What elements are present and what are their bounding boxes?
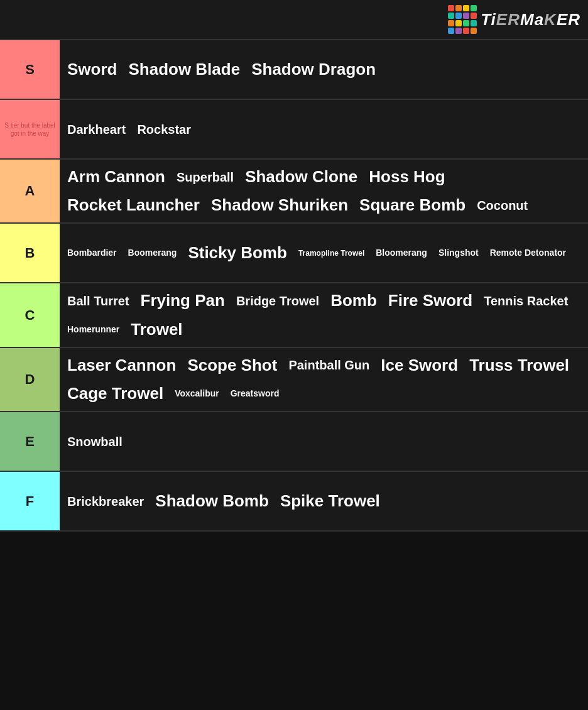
logo-cell-1 <box>455 5 462 11</box>
item-c-7[interactable]: Trowel <box>126 316 187 343</box>
item-a-4[interactable]: Rocket Launcher <box>62 192 205 219</box>
logo-cell-5 <box>455 13 462 19</box>
tier-row-c: CBall TurretFrying PanBridge TrowelBombF… <box>0 283 588 347</box>
item-b-4[interactable]: Bloomerang <box>371 244 432 262</box>
tier-label-d: D <box>0 348 60 411</box>
logo-cell-2 <box>463 5 469 11</box>
item-b-2[interactable]: Sticky Bomb <box>183 239 292 266</box>
item-c-0[interactable]: Ball Turret <box>62 290 134 312</box>
tier-label-s-note: S tier but the label got in the way <box>0 100 60 158</box>
item-s-note-0[interactable]: Darkheart <box>62 118 131 141</box>
item-a-7[interactable]: Coconut <box>472 194 533 217</box>
item-s-note-1[interactable]: Rockstar <box>132 118 196 141</box>
item-a-3[interactable]: Hoss Hog <box>364 163 450 190</box>
item-d-1[interactable]: Scope Shot <box>182 352 282 379</box>
tier-label-f: F <box>0 472 60 530</box>
item-f-2[interactable]: Spike Trowel <box>275 488 385 515</box>
logo-cell-10 <box>463 20 469 26</box>
item-c-3[interactable]: Bomb <box>325 287 382 314</box>
logo-cell-3 <box>471 5 477 11</box>
logo-cell-4 <box>448 13 454 19</box>
tier-label-s: S <box>0 40 60 99</box>
tier-label-c: C <box>0 283 60 346</box>
tier-items-a: Arm CannonSuperballShadow CloneHoss HogR… <box>60 160 588 222</box>
item-c-4[interactable]: Fire Sword <box>383 287 477 314</box>
item-s-1[interactable]: Shadow Blade <box>123 56 245 83</box>
item-a-2[interactable]: Shadow Clone <box>240 163 362 190</box>
item-d-2[interactable]: Paintball Gun <box>283 354 374 376</box>
tier-items-d: Laser CannonScope ShotPaintball GunIce S… <box>60 348 588 411</box>
logo-cell-8 <box>448 20 454 26</box>
tiermaker-logo: TiERMaKER <box>448 5 580 34</box>
tier-items-e: Snowball <box>60 412 588 471</box>
item-d-5[interactable]: Cage Trowel <box>62 380 168 407</box>
item-b-6[interactable]: Remote Detonator <box>485 244 571 262</box>
item-s-0[interactable]: Sword <box>62 56 122 83</box>
logo-cell-7 <box>471 13 477 19</box>
item-c-1[interactable]: Frying Pan <box>136 287 230 314</box>
item-b-3[interactable]: Tramopline Trowel <box>293 245 369 261</box>
item-b-1[interactable]: Boomerang <box>123 244 182 262</box>
logo-cell-14 <box>463 28 469 34</box>
tier-label-b: B <box>0 224 60 282</box>
item-f-1[interactable]: Shadow Bomb <box>150 488 274 515</box>
tier-items-c: Ball TurretFrying PanBridge TrowelBombFi… <box>60 283 588 346</box>
item-b-5[interactable]: Slingshot <box>433 244 484 262</box>
tier-label-e: E <box>0 412 60 471</box>
tier-row-e: ESnowball <box>0 412 588 472</box>
logo-cell-9 <box>455 20 462 26</box>
item-d-4[interactable]: Truss Trowel <box>464 352 574 379</box>
tier-table: SSwordShadow BladeShadow DragonS tier bu… <box>0 40 588 532</box>
item-c-2[interactable]: Bridge Trowel <box>231 290 324 312</box>
item-f-0[interactable]: Brickbreaker <box>62 490 149 513</box>
item-d-6[interactable]: Voxcalibur <box>170 385 224 403</box>
tier-row-s: SSwordShadow BladeShadow Dragon <box>0 40 588 100</box>
item-b-0[interactable]: Bombardier <box>62 244 122 262</box>
tier-row-s-note: S tier but the label got in the wayDarkh… <box>0 100 588 160</box>
logo-cell-11 <box>471 20 477 26</box>
tier-items-f: BrickbreakerShadow BombSpike Trowel <box>60 472 588 530</box>
logo-cell-0 <box>448 5 454 11</box>
tier-label-a: A <box>0 160 60 222</box>
item-a-0[interactable]: Arm Cannon <box>62 163 170 190</box>
logo-text: TiERMaKER <box>481 10 580 30</box>
tier-items-b: BombardierBoomerangSticky BombTramopline… <box>60 224 588 282</box>
item-e-0[interactable]: Snowball <box>62 430 128 453</box>
item-a-5[interactable]: Shadow Shuriken <box>206 192 353 219</box>
logo-grid-icon <box>448 5 477 34</box>
item-d-7[interactable]: Greatsword <box>226 385 285 403</box>
item-s-2[interactable]: Shadow Dragon <box>246 56 381 83</box>
tier-row-d: DLaser CannonScope ShotPaintball GunIce … <box>0 348 588 412</box>
item-a-6[interactable]: Square Bomb <box>354 192 471 219</box>
item-d-3[interactable]: Ice Sword <box>376 352 463 379</box>
tier-items-s-note: DarkheartRockstar <box>60 100 588 158</box>
logo-cell-15 <box>471 28 477 34</box>
header: TiERMaKER <box>0 0 588 40</box>
tier-items-s: SwordShadow BladeShadow Dragon <box>60 40 588 99</box>
tier-row-b: BBombardierBoomerangSticky BombTramoplin… <box>0 224 588 283</box>
logo-cell-6 <box>463 13 469 19</box>
logo-cell-12 <box>448 28 454 34</box>
item-a-1[interactable]: Superball <box>172 166 239 188</box>
item-c-6[interactable]: Homerunner <box>62 320 124 339</box>
item-c-5[interactable]: Tennis Racket <box>479 290 573 312</box>
logo-cell-13 <box>455 28 462 34</box>
item-d-0[interactable]: Laser Cannon <box>62 352 181 379</box>
tier-row-f: FBrickbreakerShadow BombSpike Trowel <box>0 472 588 532</box>
tier-row-a: AArm CannonSuperballShadow CloneHoss Hog… <box>0 160 588 224</box>
